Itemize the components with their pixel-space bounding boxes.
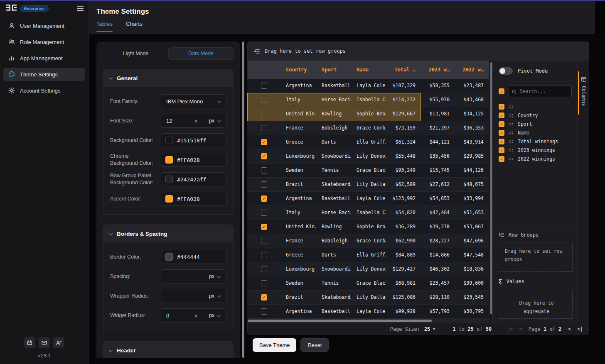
table-row[interactable]: BrazilSkateboard…Lily Dallas$62,589$27,6…	[247, 178, 489, 192]
cell[interactable]: $44,121	[421, 135, 455, 149]
cell[interactable]: Grace Black	[351, 164, 386, 177]
last-page-button[interactable]: >|	[578, 326, 583, 332]
cell[interactable]: $73,159	[386, 121, 421, 135]
row-checkbox[interactable]	[261, 210, 267, 216]
column-item-country[interactable]: ✓ Country	[493, 111, 578, 120]
column-header-checkbox[interactable]	[247, 61, 280, 79]
cell[interactable]: Tennis	[316, 276, 351, 290]
color-swatch[interactable]	[165, 156, 173, 164]
row-checkbox[interactable]	[261, 266, 267, 272]
cell[interactable]: $23,457	[421, 276, 455, 290]
cell[interactable]: Brazil	[280, 291, 316, 304]
row-checkbox[interactable]: ✓	[261, 195, 267, 202]
cell[interactable]: $30,795	[455, 305, 489, 318]
unit-select[interactable]: px	[203, 289, 226, 303]
drag-handle-icon[interactable]	[509, 149, 514, 152]
color-field-accent-color[interactable]: #FFA028	[161, 192, 226, 206]
drag-handle-icon[interactable]	[509, 131, 514, 134]
column-item[interactable]: ✓	[493, 102, 578, 111]
cell[interactable]: Bobsleigh	[316, 121, 351, 135]
cell[interactable]: Skateboard…	[316, 291, 351, 304]
cell[interactable]: France	[280, 234, 316, 248]
column-checkbox[interactable]: ✓	[499, 147, 504, 153]
table-row[interactable]: SwedenTennisGrace Black$68,981$23,457$39…	[247, 276, 489, 291]
cell[interactable]: Italy	[280, 206, 316, 220]
table-row[interactable]: ArgentinaBasketballLayla Cole$107,329$50…	[247, 79, 489, 93]
cell[interactable]: Darts	[316, 135, 351, 149]
cell[interactable]: Layla Cole	[351, 305, 386, 318]
cell[interactable]: $54,820	[386, 206, 421, 220]
column-header-sport[interactable]: Sport	[316, 61, 351, 79]
column-checkbox[interactable]: ✓	[499, 121, 504, 127]
table-row[interactable]: GreeceDartsElla Griff…$84,889$14,866$47,…	[247, 248, 489, 262]
cell[interactable]: Grace Corb…	[351, 234, 386, 248]
number-input[interactable]	[161, 289, 203, 303]
row-checkbox[interactable]	[261, 252, 267, 258]
cell[interactable]: Basketball	[316, 79, 351, 93]
cell[interactable]: Layla Cole	[351, 192, 386, 205]
color-swatch[interactable]	[165, 137, 173, 144]
cell[interactable]: Darts	[316, 248, 351, 262]
clear-icon[interactable]: ×	[194, 117, 198, 125]
cell[interactable]: $84,889	[386, 248, 421, 262]
cell[interactable]: $48,675	[455, 178, 489, 191]
cell[interactable]: Lily Dallas	[351, 178, 386, 191]
color-field-border-color[interactable]: #444444	[161, 250, 226, 264]
section-borders-spacing-header[interactable]: Borders & Spacing	[103, 225, 233, 242]
cell[interactable]: Bowling	[316, 107, 351, 121]
row-checkbox[interactable]	[261, 181, 267, 188]
cell[interactable]: Sweden	[280, 276, 316, 290]
table-row[interactable]: ✓ArgentinaBasketballLayla Cole$123,992$5…	[247, 192, 489, 206]
cell[interactable]: $29,985	[455, 149, 489, 163]
cell[interactable]: $28,110	[421, 291, 455, 304]
cell[interactable]: $57,793	[421, 305, 455, 318]
color-swatch[interactable]	[165, 176, 173, 183]
cell[interactable]: Horse Raci…	[316, 206, 351, 220]
cell[interactable]: Lily Donov…	[351, 262, 386, 276]
cell[interactable]: $114,232	[386, 93, 421, 107]
row-checkbox[interactable]	[261, 83, 267, 89]
cell[interactable]: $43,460	[455, 93, 489, 107]
sidebar-item-user-management[interactable]: User Management	[3, 19, 85, 32]
settings-scrollbar[interactable]	[242, 42, 244, 358]
row-checkbox[interactable]	[261, 280, 267, 286]
cell[interactable]: Tennis	[316, 164, 351, 177]
horizontal-scrollbar[interactable]	[247, 319, 489, 323]
column-header-2023-w[interactable]: 2023 w…	[421, 61, 455, 79]
table-row[interactable]: SwedenTennisGrace Black$93,249$15,745$44…	[247, 164, 489, 178]
column-header-2022-w[interactable]: 2022 w…	[455, 61, 489, 79]
cell[interactable]: $129,667	[386, 107, 421, 121]
drag-handle-icon[interactable]	[509, 114, 514, 117]
section-header-styles-header[interactable]: Header	[103, 342, 233, 358]
cell[interactable]: Grace Black	[351, 276, 386, 290]
cell[interactable]: $53,067	[455, 220, 489, 234]
table-row[interactable]: ✓LuxembourgSnowboardi…Lily Donov…$55,448…	[247, 149, 489, 164]
menu-icon[interactable]	[77, 5, 84, 12]
cell[interactable]: Snowboardi…	[316, 262, 351, 276]
cell[interactable]: $68,981	[386, 276, 421, 290]
pivot-mode-toggle[interactable]	[499, 67, 513, 75]
cell[interactable]: Ella Griff…	[351, 135, 386, 149]
dark-mode-button[interactable]: Dark Mode	[168, 47, 234, 60]
table-row[interactable]: ArgentinaBasketballLayla Cole$99,928$57,…	[247, 305, 489, 319]
sidebar-item-role-management[interactable]: Role Management	[3, 35, 85, 49]
previous-page-button[interactable]: <	[519, 326, 522, 332]
column-item-total-winnings[interactable]: ✓ Total winnings	[493, 137, 578, 146]
cell[interactable]: Bowling	[316, 220, 351, 234]
color-field-row-group-panel-background-color[interactable]: #24242aff	[161, 172, 226, 186]
cell[interactable]: $125,086	[386, 291, 421, 304]
reset-button[interactable]: Reset	[300, 338, 329, 352]
cell[interactable]: $50,355	[421, 79, 455, 93]
vertical-scrollbar[interactable]	[489, 61, 492, 323]
cell[interactable]: Snowboardi…	[316, 149, 351, 163]
unit-select[interactable]: px	[203, 114, 226, 127]
column-item-name[interactable]: ✓ Name	[493, 128, 578, 137]
cell[interactable]: $18,836	[455, 262, 489, 276]
cell[interactable]: $46,302	[421, 262, 455, 276]
cell[interactable]: $62,990	[386, 234, 421, 248]
row-checkbox[interactable]	[261, 167, 267, 173]
next-page-button[interactable]: >	[568, 326, 571, 332]
scrollbar-thumb[interactable]	[490, 62, 492, 314]
sidebar-item-app-management[interactable]: App Management	[3, 51, 85, 65]
cell[interactable]: $123,992	[386, 192, 421, 205]
